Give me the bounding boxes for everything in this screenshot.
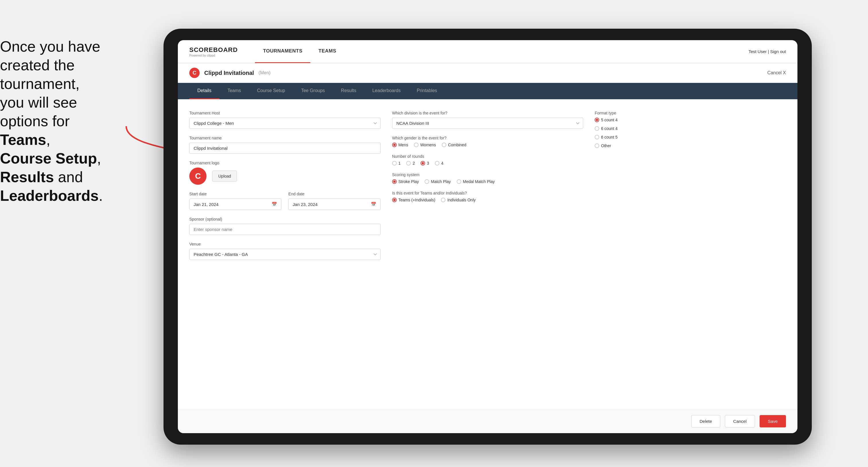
start-date-group: Start date Jan 21, 2024 📅	[189, 192, 281, 210]
scoring-medal-match-play[interactable]: Medal Match Play	[457, 179, 495, 184]
tab-course-setup[interactable]: Course Setup	[249, 83, 293, 99]
round-1-circle	[392, 161, 397, 165]
cancel-button[interactable]: Cancel	[725, 415, 755, 428]
calendar-icon-end: 📅	[371, 201, 376, 207]
tournament-logo-label: Tournament logo	[189, 161, 381, 165]
breadcrumb-content: C Clippd Invitational (Men)	[189, 68, 271, 78]
gender-combined-circle	[442, 143, 446, 147]
format-6count4[interactable]: 6 count 4	[595, 126, 786, 131]
save-button[interactable]: Save	[760, 415, 786, 428]
gender-combined[interactable]: Combined	[442, 143, 466, 147]
user-area[interactable]: Test User | Sign out	[748, 49, 786, 54]
gender-womens[interactable]: Womens	[414, 143, 436, 147]
scoring-medal-match-play-circle	[457, 179, 461, 184]
form-grid: Tournament Host Clippd College - Men Tou…	[189, 111, 786, 260]
gender-mens-circle	[392, 143, 397, 147]
logo-title: SCOREBOARD	[189, 46, 238, 54]
top-nav: SCOREBOARD Powered by clippd TOURNAMENTS…	[178, 40, 798, 63]
start-date-input[interactable]: Jan 21, 2024 📅	[189, 198, 281, 210]
breadcrumb-bar: C Clippd Invitational (Men) Cancel X	[178, 63, 798, 83]
teams-group: Is this event for Teams and/or Individua…	[392, 191, 584, 202]
tab-tee-groups[interactable]: Tee Groups	[293, 83, 333, 99]
tab-teams[interactable]: Teams	[219, 83, 249, 99]
sponsor-input[interactable]	[189, 224, 381, 235]
round-4-circle	[435, 161, 439, 165]
tournament-host-select[interactable]: Clippd College - Men	[189, 118, 381, 129]
main-content: Tournament Host Clippd College - Men Tou…	[178, 99, 798, 409]
upload-button[interactable]: Upload	[212, 171, 237, 182]
sponsor-label: Sponsor (optional)	[189, 217, 381, 221]
cancel-x-button[interactable]: Cancel X	[767, 70, 786, 75]
venue-select[interactable]: Peachtree GC - Atlanta - GA	[189, 249, 381, 260]
format-radio-group: 5 count 4 6 count 4 6 count 5	[595, 118, 786, 148]
tournament-name-label: Tournament name	[189, 136, 381, 140]
teams-radio-group: Teams (+Individuals) Individuals Only	[392, 198, 584, 202]
round-2[interactable]: 2	[406, 161, 415, 165]
individuals-only[interactable]: Individuals Only	[441, 198, 475, 202]
scoring-radio-group: Stroke Play Match Play Medal Match Play	[392, 179, 584, 184]
scoring-match-play[interactable]: Match Play	[425, 179, 451, 184]
form-section-right: Format type 5 count 4 6 count 4	[595, 111, 786, 260]
tournament-host-group: Tournament Host Clippd College - Men	[189, 111, 381, 129]
format-6count4-circle	[595, 126, 599, 131]
end-date-label: End date	[288, 192, 380, 196]
sponsor-group: Sponsor (optional)	[189, 217, 381, 235]
format-type-label: Format type	[595, 111, 786, 115]
delete-button[interactable]: Delete	[691, 415, 720, 428]
rounds-group: Number of rounds 1 2	[392, 154, 584, 165]
teams-plus-individuals-circle	[392, 198, 397, 202]
breadcrumb-title: Clippd Invitational	[204, 70, 254, 76]
tournament-name-group: Tournament name	[189, 136, 381, 154]
tab-leaderboards[interactable]: Leaderboards	[364, 83, 409, 99]
tab-results[interactable]: Results	[333, 83, 364, 99]
individuals-only-circle	[441, 198, 445, 202]
tab-printables[interactable]: Printables	[409, 83, 445, 99]
calendar-icon: 📅	[272, 201, 277, 207]
round-1[interactable]: 1	[392, 161, 401, 165]
nav-teams[interactable]: TEAMS	[310, 40, 344, 63]
action-bar: Delete Cancel Save	[178, 409, 798, 433]
round-3-circle	[421, 161, 425, 165]
tournament-name-input[interactable]	[189, 143, 381, 154]
format-6count5[interactable]: 6 count 5	[595, 135, 786, 139]
nav-links: TOURNAMENTS TEAMS	[255, 40, 748, 63]
tablet-frame: SCOREBOARD Powered by clippd TOURNAMENTS…	[163, 29, 812, 445]
division-label: Which division is the event for?	[392, 111, 584, 115]
nav-tournaments[interactable]: TOURNAMENTS	[255, 40, 310, 63]
venue-label: Venue	[189, 242, 381, 246]
format-5count4-circle	[595, 118, 599, 122]
gender-mens[interactable]: Mens	[392, 143, 408, 147]
division-select[interactable]: NCAA Division III	[392, 118, 584, 129]
scoring-stroke-play[interactable]: Stroke Play	[392, 179, 419, 184]
teams-label: Is this event for Teams and/or Individua…	[392, 191, 584, 195]
format-5count4[interactable]: 5 count 4	[595, 118, 786, 122]
date-row: Start date Jan 21, 2024 📅 End date Jan 2…	[189, 192, 381, 210]
format-other-circle	[595, 144, 599, 148]
tablet-screen: SCOREBOARD Powered by clippd TOURNAMENTS…	[178, 40, 798, 433]
scoring-label: Scoring system	[392, 173, 584, 177]
end-date-input[interactable]: Jan 23, 2024 📅	[288, 198, 380, 210]
round-4[interactable]: 4	[435, 161, 443, 165]
breadcrumb-icon: C	[189, 68, 199, 78]
rounds-radio-group: 1 2 3 4	[392, 161, 584, 165]
gender-womens-circle	[414, 143, 418, 147]
gender-group: Which gender is the event for? Mens Wome…	[392, 136, 584, 147]
tab-bar: Details Teams Course Setup Tee Groups Re…	[178, 83, 798, 99]
round-3[interactable]: 3	[421, 161, 429, 165]
end-date-group: End date Jan 23, 2024 📅	[288, 192, 380, 210]
teams-plus-individuals[interactable]: Teams (+Individuals)	[392, 198, 435, 202]
scoring-match-play-circle	[425, 179, 429, 184]
logo-sub: Powered by clippd	[189, 54, 238, 57]
gender-label: Which gender is the event for?	[392, 136, 584, 140]
tab-details[interactable]: Details	[189, 83, 219, 99]
venue-group: Venue Peachtree GC - Atlanta - GA	[189, 242, 381, 260]
rounds-label: Number of rounds	[392, 154, 584, 159]
breadcrumb-subtitle: (Men)	[258, 70, 271, 75]
form-section-left: Tournament Host Clippd College - Men Tou…	[189, 111, 381, 260]
tournament-logo-group: Tournament logo C Upload	[189, 161, 381, 185]
tournament-host-label: Tournament Host	[189, 111, 381, 115]
gender-radio-group: Mens Womens Combined	[392, 143, 584, 147]
format-other[interactable]: Other	[595, 144, 786, 148]
logo-area: SCOREBOARD Powered by clippd	[189, 46, 238, 57]
round-2-circle	[406, 161, 411, 165]
